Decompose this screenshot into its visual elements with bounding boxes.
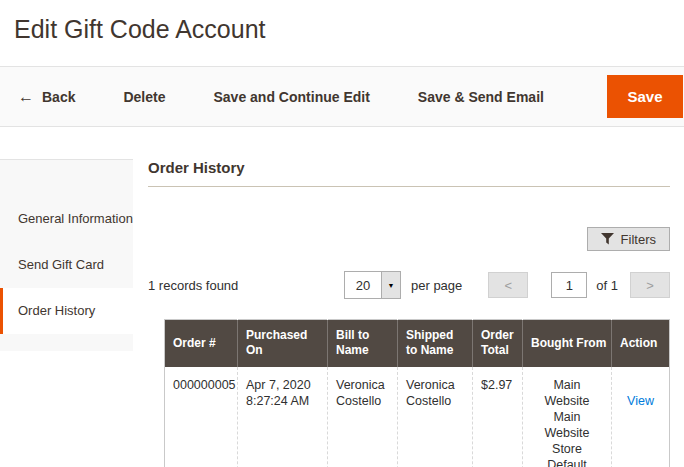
sidebar-item-order-history[interactable]: Order History xyxy=(0,288,133,334)
filter-icon xyxy=(601,233,614,245)
save-button-label: Save xyxy=(627,88,662,105)
column-header-bought-from: Bought From xyxy=(523,320,612,367)
table-header-row: Order # Purchased On Bill to Name Shippe… xyxy=(165,320,670,367)
column-header-order-number: Order # xyxy=(165,320,238,367)
chevron-left-icon: < xyxy=(505,278,513,293)
pager-controls: 20 ▼ per page < of 1 > xyxy=(344,271,670,299)
save-and-send-email-label: Save & Send Email xyxy=(418,89,544,105)
back-button-label: Back xyxy=(42,89,75,105)
save-button[interactable]: Save xyxy=(607,75,683,118)
column-header-action: Action xyxy=(612,320,670,367)
grid-toolbar: 1 records found 20 ▼ per page < of 1 xyxy=(148,271,670,299)
table-header: Order # Purchased On Bill to Name Shippe… xyxy=(165,320,670,367)
chevron-right-icon: > xyxy=(646,278,654,293)
cell-bought-from: Main Website Main Website Store Default … xyxy=(523,367,612,467)
sidebar-item-label: Order History xyxy=(18,303,95,318)
save-and-continue-button[interactable]: Save and Continue Edit xyxy=(214,89,370,105)
sidebar-item-send-gift-card[interactable]: Send Gift Card xyxy=(0,242,133,288)
cell-purchased-on: Apr 7, 2020 8:27:24 AM xyxy=(238,367,328,467)
per-page-value: 20 xyxy=(345,272,381,298)
next-page-button[interactable]: > xyxy=(630,272,670,298)
section-heading: Order History xyxy=(148,159,670,176)
save-and-send-email-button[interactable]: Save & Send Email xyxy=(418,89,544,105)
save-and-continue-label: Save and Continue Edit xyxy=(214,89,370,105)
filters-row: Filters xyxy=(148,227,670,251)
column-header-order-total: Order Total xyxy=(473,320,523,367)
cell-shipped-to-name: Veronica Costello xyxy=(398,367,473,467)
filters-button[interactable]: Filters xyxy=(587,227,670,251)
column-header-purchased-on: Purchased On xyxy=(238,320,328,367)
column-header-shipped-to-name: Shipped to Name xyxy=(398,320,473,367)
page: Edit Gift Code Account ← Back Delete Sav… xyxy=(0,0,684,467)
cell-order-number: 000000005 xyxy=(165,367,238,467)
sidebar-item-general-information[interactable]: General Information xyxy=(0,196,133,242)
page-actions-toolbar: ← Back Delete Save and Continue Edit Sav… xyxy=(0,66,684,127)
view-order-link[interactable]: View xyxy=(627,394,654,408)
cell-order-total: $2.97 xyxy=(473,367,523,467)
section-divider xyxy=(148,186,670,187)
section-sidebar: General Information Send Gift Card Order… xyxy=(0,159,133,351)
back-button[interactable]: ← Back xyxy=(18,89,75,105)
back-arrow-icon: ← xyxy=(18,90,34,104)
caret-down-icon: ▼ xyxy=(388,282,395,289)
previous-page-button[interactable]: < xyxy=(488,272,528,298)
sidebar-item-label: General Information xyxy=(18,211,133,226)
per-page-select[interactable]: 20 ▼ xyxy=(344,271,401,299)
delete-button[interactable]: Delete xyxy=(123,89,165,105)
page-title: Edit Gift Code Account xyxy=(0,0,684,43)
per-page-caret-button[interactable]: ▼ xyxy=(381,272,400,298)
delete-button-label: Delete xyxy=(123,89,165,105)
column-header-bill-to-name: Bill to Name xyxy=(328,320,398,367)
main-panel: Order History Filters 1 records found 20 xyxy=(133,127,684,467)
table-row: 000000005 Apr 7, 2020 8:27:24 AM Veronic… xyxy=(165,367,670,467)
filters-button-label: Filters xyxy=(621,232,656,247)
records-found-text: 1 records found xyxy=(148,278,238,293)
cell-bill-to-name: Veronica Costello xyxy=(328,367,398,467)
order-history-table: Order # Purchased On Bill to Name Shippe… xyxy=(164,319,670,467)
total-pages-label: of 1 xyxy=(596,278,618,293)
cell-action: View xyxy=(612,367,670,467)
per-page-label: per page xyxy=(411,278,462,293)
sidebar-item-label: Send Gift Card xyxy=(18,257,104,272)
current-page-input[interactable] xyxy=(551,272,587,298)
content-area: General Information Send Gift Card Order… xyxy=(0,127,684,467)
